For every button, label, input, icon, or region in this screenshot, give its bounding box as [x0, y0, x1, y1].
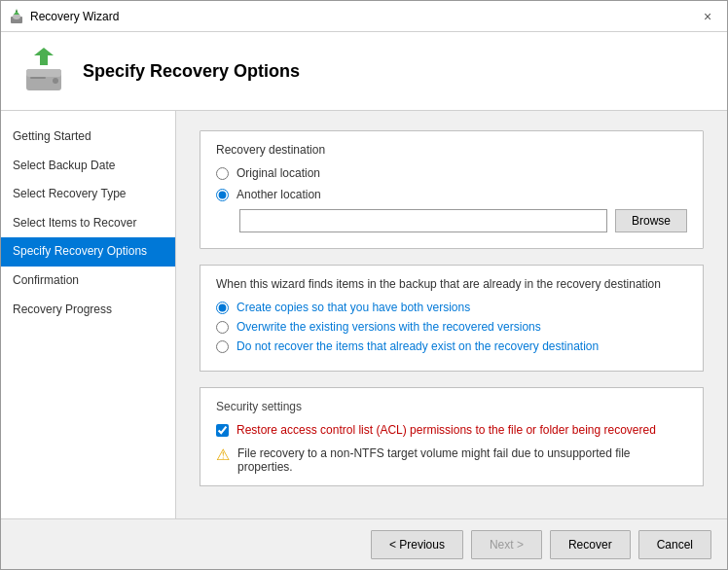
- do-not-recover-row: Do not recover the items that already ex…: [216, 339, 687, 353]
- cancel-button[interactable]: Cancel: [638, 530, 711, 559]
- conflict-label: When this wizard finds items in the back…: [216, 277, 687, 291]
- location-input[interactable]: [239, 209, 607, 232]
- recovery-wizard-window: Recovery Wizard × Specify Recovery Optio…: [0, 0, 728, 570]
- original-location-row: Original location: [216, 166, 687, 180]
- next-button[interactable]: Next >: [471, 530, 542, 559]
- warning-row: ⚠ File recovery to a non-NTFS target vol…: [216, 446, 687, 474]
- sidebar-item-select-backup-date[interactable]: Select Backup Date: [1, 152, 175, 181]
- original-location-radio[interactable]: [216, 167, 229, 180]
- create-copies-label[interactable]: Create copies so that you have both vers…: [237, 301, 470, 314]
- sidebar-item-select-items[interactable]: Select Items to Recover: [1, 209, 175, 238]
- do-not-recover-radio[interactable]: [216, 340, 229, 353]
- svg-point-4: [53, 78, 58, 84]
- another-location-label[interactable]: Another location: [237, 188, 321, 201]
- overwrite-label[interactable]: Overwrite the existing versions with the…: [237, 320, 541, 334]
- overwrite-row: Overwrite the existing versions with the…: [216, 320, 687, 334]
- another-location-radio[interactable]: [216, 189, 229, 201]
- do-not-recover-label[interactable]: Do not recover the items that already ex…: [237, 339, 599, 353]
- main-panel: Recovery destination Original location A…: [176, 111, 727, 518]
- location-input-row: Browse: [239, 209, 687, 232]
- overwrite-radio[interactable]: [216, 321, 229, 334]
- content-area: Getting Started Select Backup Date Selec…: [1, 111, 727, 518]
- title-bar: Recovery Wizard ×: [1, 1, 727, 32]
- conflict-section: When this wizard finds items in the back…: [200, 265, 704, 372]
- acl-label[interactable]: Restore access control list (ACL) permis…: [237, 423, 656, 437]
- svg-rect-3: [26, 69, 61, 77]
- sidebar-item-specify-options[interactable]: Specify Recovery Options: [1, 237, 175, 267]
- acl-checkbox[interactable]: [216, 424, 229, 437]
- footer: < Previous Next > Recover Cancel: [1, 518, 727, 569]
- header-section: Specify Recovery Options: [1, 32, 727, 111]
- page-title: Specify Recovery Options: [83, 61, 300, 82]
- sidebar-item-getting-started[interactable]: Getting Started: [1, 123, 175, 152]
- previous-button[interactable]: < Previous: [371, 530, 463, 559]
- sidebar-item-recovery-progress[interactable]: Recovery Progress: [1, 296, 175, 325]
- sidebar: Getting Started Select Backup Date Selec…: [1, 111, 176, 518]
- destination-group: Recovery destination Original location A…: [200, 130, 704, 249]
- sidebar-item-select-recovery-type[interactable]: Select Recovery Type: [1, 180, 175, 209]
- recover-button[interactable]: Recover: [550, 530, 631, 559]
- warning-text: File recovery to a non-NTFS target volum…: [237, 446, 687, 474]
- close-button[interactable]: ×: [696, 5, 719, 28]
- another-location-row: Another location: [216, 188, 687, 201]
- svg-rect-5: [30, 77, 46, 79]
- app-icon: [9, 9, 24, 24]
- original-location-label[interactable]: Original location: [237, 166, 320, 180]
- acl-checkbox-row: Restore access control list (ACL) permis…: [216, 423, 687, 437]
- security-section: Security settings Restore access control…: [200, 387, 704, 486]
- destination-label: Recovery destination: [216, 143, 687, 157]
- sidebar-item-confirmation[interactable]: Confirmation: [1, 267, 175, 296]
- wizard-icon: [20, 48, 67, 94]
- create-copies-radio[interactable]: [216, 302, 229, 314]
- security-label: Security settings: [216, 400, 687, 413]
- create-copies-row: Create copies so that you have both vers…: [216, 301, 687, 314]
- title-bar-text: Recovery Wizard: [30, 10, 696, 23]
- browse-button[interactable]: Browse: [615, 209, 687, 232]
- warning-icon: ⚠: [216, 445, 230, 464]
